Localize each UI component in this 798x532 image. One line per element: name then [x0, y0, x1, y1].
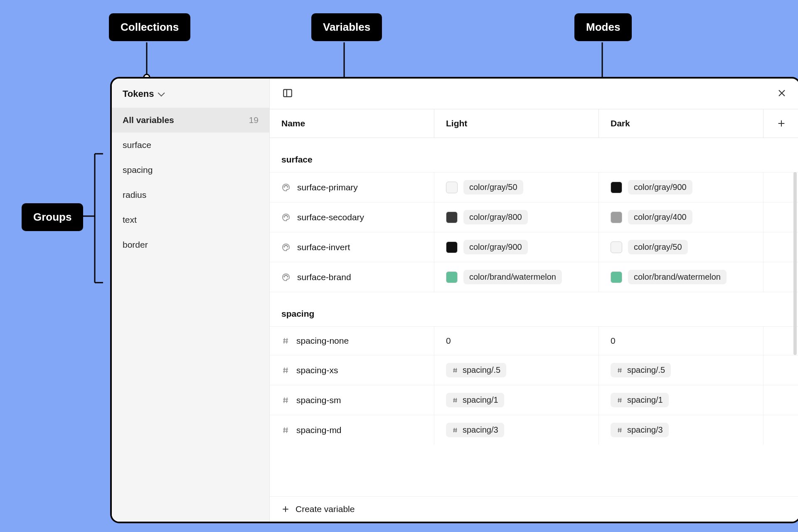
variable-value-cell[interactable]: color/gray/900 [434, 232, 599, 262]
variable-row[interactable]: surface-primarycolor/gray/50color/gray/9… [270, 172, 798, 202]
plus-icon [777, 119, 786, 128]
variable-name-cell[interactable]: surface-primary [270, 172, 434, 202]
sidebar-group-item[interactable]: border [112, 232, 269, 257]
color-swatch [611, 212, 622, 223]
variable-value-cell[interactable]: spacing/1 [599, 385, 764, 415]
variable-value-cell[interactable]: color/brand/watermelon [599, 262, 764, 292]
sidebar-group-item[interactable]: surface [112, 133, 269, 158]
color-swatch [446, 241, 458, 253]
row-trailing-space [764, 202, 798, 232]
variable-value-cell[interactable]: color/gray/400 [599, 202, 764, 232]
alias-chip: spacing/3 [611, 423, 669, 437]
variable-name-cell[interactable]: spacing-xs [270, 355, 434, 385]
alias-chip: spacing/1 [446, 393, 504, 407]
variable-value-cell[interactable]: spacing/3 [434, 415, 599, 445]
color-swatch [611, 241, 622, 253]
alias-chip: color/brand/watermelon [628, 270, 727, 284]
variable-name-cell[interactable]: spacing-md [270, 415, 434, 445]
column-mode-dark[interactable]: Dark [599, 109, 764, 138]
hash-icon [452, 367, 458, 374]
variable-name-cell[interactable]: surface-secodary [270, 202, 434, 232]
collection-dropdown[interactable]: Tokens [112, 79, 269, 108]
sidebar-group-item[interactable]: spacing [112, 158, 269, 182]
row-trailing-space [764, 327, 798, 355]
variable-value-cell[interactable]: color/gray/50 [599, 232, 764, 262]
svg-line-37 [287, 338, 287, 343]
column-mode-light[interactable]: Light [434, 109, 599, 138]
hash-icon [281, 366, 290, 374]
variable-row[interactable]: spacing-none00 [270, 327, 798, 355]
svg-line-48 [618, 368, 619, 372]
svg-line-57 [456, 398, 456, 402]
sidebar-group-label: spacing [123, 165, 153, 175]
variable-value-cell[interactable]: color/gray/900 [599, 172, 764, 202]
variable-value-cell[interactable]: color/brand/watermelon [434, 262, 599, 292]
toggle-sidebar-button[interactable] [281, 86, 295, 101]
annotation-groups: Groups [22, 203, 83, 231]
variable-name: surface-brand [297, 272, 351, 282]
hash-icon [616, 397, 623, 404]
create-variable-label: Create variable [296, 504, 355, 514]
variable-name: spacing-sm [296, 395, 341, 405]
variable-value-cell[interactable]: 0 [599, 327, 764, 355]
svg-line-52 [284, 397, 284, 403]
alias-chip: color/gray/900 [463, 240, 528, 254]
sidebar-group-item[interactable]: radius [112, 182, 269, 207]
variable-value-cell[interactable]: spacing/3 [599, 415, 764, 445]
alias-chip: spacing/.5 [446, 363, 506, 377]
sidebar-group-item[interactable]: text [112, 207, 269, 232]
variable-name-cell[interactable]: surface-brand [270, 262, 434, 292]
variable-row[interactable]: surface-brandcolor/brand/watermeloncolor… [270, 262, 798, 292]
svg-point-22 [284, 216, 285, 217]
variable-row[interactable]: surface-invertcolor/gray/900color/gray/5… [270, 232, 798, 262]
sidebar-all-variables[interactable]: All variables 19 [112, 108, 269, 133]
close-button[interactable] [775, 86, 788, 101]
variable-value-cell[interactable]: spacing/1 [434, 385, 599, 415]
annotation-collections: Collections [109, 13, 190, 41]
group-heading: spacing [270, 292, 798, 327]
row-trailing-space [764, 262, 798, 292]
variable-value-cell[interactable]: spacing/.5 [434, 355, 599, 385]
svg-line-68 [454, 428, 454, 432]
variable-name-cell[interactable]: spacing-sm [270, 385, 434, 415]
row-trailing-space [764, 385, 798, 415]
svg-point-33 [287, 276, 288, 277]
alias-chip: color/brand/watermelon [463, 270, 562, 284]
sidebar: Tokens All variables 19 surfacespacingra… [112, 79, 270, 522]
alias-chip: spacing/1 [611, 393, 669, 407]
toolbar [270, 79, 798, 109]
variable-row[interactable]: spacing-smspacing/1spacing/1 [270, 385, 798, 415]
variable-value-cell[interactable]: 0 [434, 327, 599, 355]
create-variable-button[interactable]: Create variable [270, 496, 798, 522]
alias-chip: color/gray/50 [463, 180, 523, 195]
color-swatch [446, 212, 458, 223]
alias-chip: color/gray/900 [628, 180, 692, 195]
variable-value-cell[interactable]: color/gray/50 [434, 172, 599, 202]
group-heading: surface [270, 138, 798, 172]
add-mode-button[interactable] [764, 109, 798, 138]
variables-panel: Tokens All variables 19 surfacespacingra… [110, 77, 798, 523]
hash-icon [452, 427, 458, 433]
svg-point-32 [286, 275, 287, 276]
variable-row[interactable]: surface-secodarycolor/gray/800color/gray… [270, 202, 798, 232]
plain-value: 0 [611, 336, 616, 346]
svg-line-49 [621, 368, 621, 372]
svg-line-64 [284, 427, 284, 433]
variable-name-cell[interactable]: spacing-none [270, 327, 434, 355]
variable-row[interactable]: spacing-mdspacing/3spacing/3 [270, 415, 798, 445]
variable-row[interactable]: spacing-xsspacing/.5spacing/.5 [270, 355, 798, 385]
variable-name: spacing-none [296, 336, 349, 346]
hash-icon [616, 367, 623, 374]
scrollbar[interactable] [793, 172, 797, 355]
chevron-down-icon [158, 89, 165, 96]
variable-name-cell[interactable]: surface-invert [270, 232, 434, 262]
annotation-modes: Modes [574, 13, 632, 41]
alias-chip: color/gray/800 [463, 210, 528, 224]
palette-icon [281, 243, 291, 252]
svg-point-25 [287, 216, 288, 217]
hash-icon [616, 427, 623, 433]
variable-value-cell[interactable]: spacing/.5 [599, 355, 764, 385]
row-trailing-space [764, 415, 798, 445]
svg-point-30 [284, 276, 285, 277]
variable-value-cell[interactable]: color/gray/800 [434, 202, 599, 232]
